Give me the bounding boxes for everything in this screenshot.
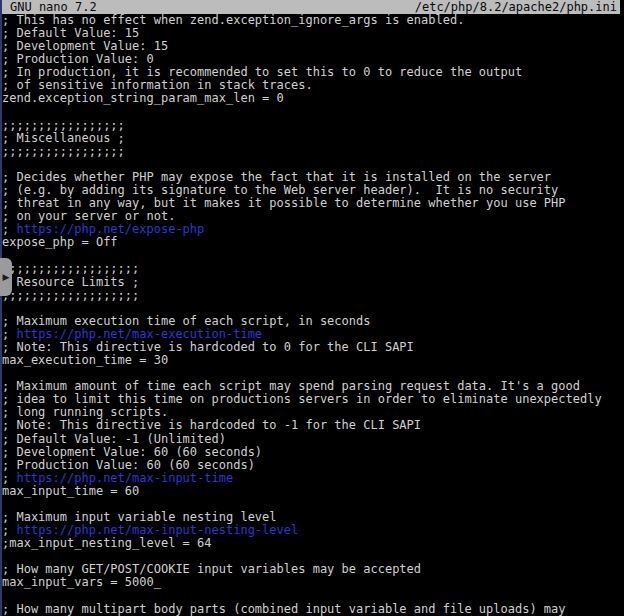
line-text: ;;;;;;;;;;;;;;;;;;; [2, 261, 139, 275]
line-text: ; Maximum execution time of each script,… [2, 314, 370, 328]
line-text: ; Decides whether PHP may expose the fac… [2, 170, 551, 184]
line-text: ; of sensitive information in stack trac… [2, 78, 313, 92]
line-text: max_input_vars = 5000 [2, 575, 154, 589]
nano-titlebar: GNU nano 7.2 /etc/php/8.2/apache2/php.in… [0, 0, 620, 14]
line-text: ; Development Value: 15 [2, 39, 168, 53]
editor-line: ; How many multipart body parts (combine… [2, 603, 624, 616]
line-text: ; This has no effect when zend.exception… [2, 13, 464, 27]
line-text: ; Resource Limits ; [2, 275, 139, 289]
editor-line: ;max_input_nesting_level = 64 [2, 537, 624, 550]
panel-handle[interactable]: ▶ [0, 258, 12, 296]
line-text: ; Production Value: 0 [2, 52, 154, 66]
line-text: ; Note: This directive is hardcoded to 0… [2, 340, 414, 354]
line-text: ; Default Value: 15 [2, 26, 139, 40]
editor-line: ;;;;;;;;;;;;;;;;;;; [2, 289, 624, 302]
window-border [0, 0, 2, 616]
line-text: expose_php = Off [2, 235, 118, 249]
line-text: ; How many multipart body parts (combine… [2, 602, 566, 616]
line-text: ; threat in any way, but it makes it pos… [2, 196, 566, 210]
line-text: ; [2, 327, 16, 341]
line-text: max_input_time = 60 [2, 484, 139, 498]
text-cursor: _ [154, 575, 161, 589]
line-text: ;;;;;;;;;;;;;;;;; [2, 144, 125, 158]
app-version: GNU nano 7.2 [10, 0, 97, 14]
line-text: ; Miscellaneous ; [2, 131, 125, 145]
editor-line: zend.exception_string_param_max_len = 0 [2, 92, 624, 105]
line-text: ; Development Value: 60 (60 seconds) [2, 445, 262, 459]
php-net-link[interactable]: https://php.net/expose-php [16, 222, 204, 236]
php-net-link[interactable]: https://php.net/max-execution-time [16, 327, 262, 341]
terminal-window: GNU nano 7.2 /etc/php/8.2/apache2/php.in… [0, 0, 624, 616]
line-text: ; Note: This directive is hardcoded to -… [2, 418, 421, 432]
line-text: max_execution_time = 30 [2, 353, 168, 367]
line-text: ; Default Value: -1 (Unlimited) [2, 432, 226, 446]
line-text: zend.exception_string_param_max_len = 0 [2, 91, 284, 105]
line-text: ; [2, 471, 16, 485]
line-text: ; [2, 222, 16, 236]
editor-line: max_input_time = 60 [2, 485, 624, 498]
line-text: ;max_input_nesting_level = 64 [2, 536, 212, 550]
line-text: ; on your server or not. [2, 209, 175, 223]
editor-content[interactable]: ; This has no effect when zend.exception… [0, 14, 624, 616]
php-net-link[interactable]: https://php.net/max-input-nesting-level [16, 523, 298, 537]
editor-line: ;;;;;;;;;;;;;;;;; [2, 145, 624, 158]
line-text: ; How many GET/POST/COOKIE input variabl… [2, 562, 421, 576]
line-text: ; Maximum amount of time each script may… [2, 379, 580, 393]
file-path: /etc/php/8.2/apache2/php.ini [415, 0, 617, 14]
line-text: ; Production Value: 60 (60 seconds) [2, 458, 255, 472]
editor-line: expose_php = Off [2, 236, 624, 249]
line-text: ; In production, it is recommended to se… [2, 65, 522, 79]
line-text: ;;;;;;;;;;;;;;;;; [2, 118, 125, 132]
line-text: ; (e.g. by adding its signature to the W… [2, 183, 558, 197]
line-text: ; idea to limit this time on productions… [2, 392, 602, 406]
line-text: ; Maximum input variable nesting level [2, 510, 277, 524]
php-net-link[interactable]: https://php.net/max-input-time [16, 471, 233, 485]
line-text: ; [2, 523, 16, 537]
editor-line: max_input_vars = 5000_ [2, 576, 624, 589]
line-text: ;;;;;;;;;;;;;;;;;;; [2, 288, 139, 302]
editor-line: max_execution_time = 30 [2, 354, 624, 367]
expand-arrow-icon: ▶ [3, 273, 10, 282]
line-text: ; long running scripts. [2, 405, 168, 419]
